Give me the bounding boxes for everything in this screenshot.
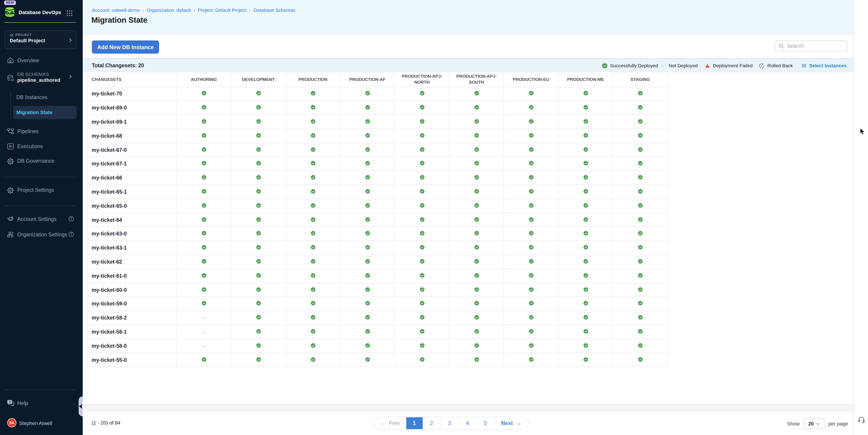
svg-text:?: ?: [9, 400, 11, 404]
